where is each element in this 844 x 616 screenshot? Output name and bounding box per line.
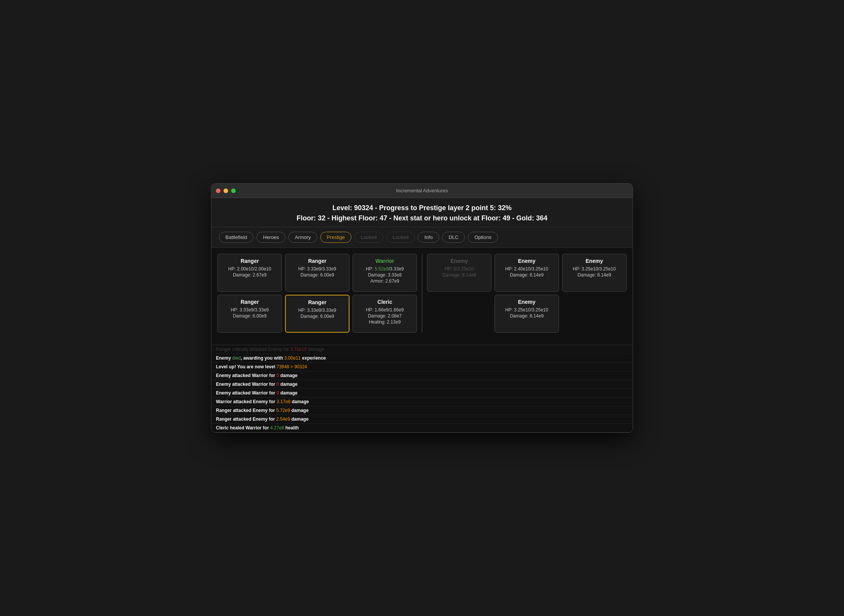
hero-stat-2-1: Damage: 3.33e8 [357, 272, 413, 278]
close-button[interactable] [216, 189, 220, 193]
hero-card-4[interactable]: RangerHP: 3.33e9/3.33e9Damage: 6.00e9 [285, 295, 350, 333]
floor-info: Floor: 32 - Highest Floor: 47 - Next sta… [219, 214, 625, 222]
hero-card-1[interactable]: RangerHP: 3.33e9/3.33e9Damage: 6.00e9 [285, 254, 350, 292]
header: Level: 90324 - Progress to Prestige laye… [211, 198, 633, 227]
maximize-button[interactable] [231, 189, 236, 193]
hero-name-3: Ranger [222, 299, 278, 305]
heroes-side: RangerHP: 2.00e10/2.00e10Damage: 2.67e9R… [217, 254, 417, 333]
enemy-stat-2-1: Damage: 8.14e9 [566, 272, 622, 278]
nav-btn-dlc-7[interactable]: DLC [442, 232, 465, 243]
hero-name-0: Ranger [222, 258, 278, 264]
log-line-7: Ranger attacked Enemy for 5.72e9 damage [211, 406, 633, 415]
hero-stat-0-0: HP: 2.00e10/2.00e10 [222, 266, 278, 272]
hero-card-2[interactable]: WarriorHP: 5.52e9/3.33e9Damage: 3.33e8Ar… [353, 254, 417, 292]
hero-stat-4-0: HP: 3.33e9/3.33e9 [290, 308, 345, 313]
log-line-5: Enemy attacked Warrior for 0 damage [211, 389, 633, 398]
nav-btn-info-6[interactable]: Info [418, 232, 439, 243]
hero-stat-5-1: Damage: 2.08e7 [357, 313, 413, 319]
hero-name-2: Warrior [357, 258, 413, 264]
log-area: Ranger critically attacked Enemy for 3.7… [211, 345, 633, 432]
log-line-3: Enemy attacked Warrior for 0 damage [211, 371, 633, 380]
battle-area: RangerHP: 2.00e10/2.00e10Damage: 2.67e9R… [217, 254, 627, 333]
hero-stat-5-2: Healing: 2.13e9 [357, 319, 413, 325]
nav-btn-locked-4: Locked [354, 232, 383, 243]
nav-bar: BattlefieldHeroesArmoryPrestigeLockedLoc… [211, 227, 633, 248]
hero-stat-5-0: HP: 1.66e9/1.66e9 [357, 307, 413, 313]
enemy-name-2: Enemy [566, 258, 622, 264]
enemy-stat-2-0: HP: 3.25e10/3.25e10 [566, 266, 622, 272]
traffic-lights [216, 189, 236, 193]
main-content: RangerHP: 2.00e10/2.00e10Damage: 2.67e9R… [211, 248, 633, 345]
window-title: Incremental Adventures [396, 188, 448, 193]
enemy-stat-1-1: Damage: 8.14e9 [499, 272, 555, 278]
enemy-card-empty-3 [427, 295, 491, 333]
hero-stat-2-2: Armor: 2.67e9 [357, 278, 413, 284]
enemy-card-4: EnemyHP: 3.25e10/3.25e10Damage: 8.14e9 [494, 295, 559, 333]
enemy-stat-0-0: HP: 0/3.25e10 [431, 266, 487, 272]
hero-name-4: Ranger [290, 299, 345, 305]
level-info: Level: 90324 - Progress to Prestige laye… [219, 204, 625, 212]
enemy-card-0: EnemyHP: 0/3.25e10Damage: 8.14e9 [427, 254, 491, 292]
enemy-stat-1-0: HP: 2.40e10/3.25e10 [499, 266, 555, 272]
log-line-1: Enemy died, awarding you with 3.00e11 ex… [211, 354, 633, 363]
nav-btn-armory-2[interactable]: Armory [288, 232, 317, 243]
enemy-name-0: Enemy [431, 258, 487, 264]
enemy-stat-0-1: Damage: 8.14e9 [431, 272, 487, 278]
hero-stat-3-1: Damage: 6.00e9 [222, 313, 278, 319]
nav-btn-prestige-3[interactable]: Prestige [320, 232, 351, 243]
nav-btn-locked-5: Locked [386, 232, 415, 243]
hero-card-3[interactable]: RangerHP: 3.33e9/3.33e9Damage: 6.00e9 [217, 295, 282, 333]
log-line-0: Ranger critically attacked Enemy for 3.7… [211, 345, 633, 354]
log-line-9: Cleric healed Warrior for 4.27e8 health [211, 424, 633, 432]
hero-name-1: Ranger [289, 258, 345, 264]
hero-stat-4-1: Damage: 6.00e9 [290, 314, 345, 319]
enemy-name-1: Enemy [499, 258, 555, 264]
log-line-4: Enemy attacked Warrior for 0 damage [211, 380, 633, 389]
titlebar: Incremental Adventures [211, 184, 633, 198]
hero-stat-2-0: HP: 5.52e9/3.33e9 [357, 266, 413, 272]
minimize-button[interactable] [224, 189, 228, 193]
log-line-2: Level up! You are now level 73848 > 9032… [211, 363, 633, 371]
log-line-8: Ranger attacked Enemy for 2.54e9 damage [211, 415, 633, 424]
hero-stat-1-1: Damage: 6.00e9 [289, 272, 345, 278]
enemy-card-empty-5 [562, 295, 627, 333]
enemy-name-4: Enemy [499, 299, 555, 305]
hero-card-5[interactable]: ClericHP: 1.66e9/1.66e9Damage: 2.08e7Hea… [353, 295, 417, 333]
hero-card-0[interactable]: RangerHP: 2.00e10/2.00e10Damage: 2.67e9 [217, 254, 282, 292]
enemy-stat-4-0: HP: 3.25e10/3.25e10 [499, 307, 555, 313]
battle-divider [422, 254, 422, 333]
enemy-card-2: EnemyHP: 3.25e10/3.25e10Damage: 8.14e9 [562, 254, 627, 292]
hero-stat-0-1: Damage: 2.67e9 [222, 272, 278, 278]
hero-name-5: Cleric [357, 299, 413, 305]
enemies-side: EnemyHP: 0/3.25e10Damage: 8.14e9EnemyHP:… [427, 254, 627, 333]
enemy-stat-4-1: Damage: 8.14e9 [499, 313, 555, 319]
log-line-6: Warrior attacked Enemy for 3.17e8 damage [211, 398, 633, 406]
app-window: Incremental Adventures Level: 90324 - Pr… [211, 183, 633, 433]
hero-stat-1-0: HP: 3.33e9/3.33e9 [289, 266, 345, 272]
hero-stat-3-0: HP: 3.33e9/3.33e9 [222, 307, 278, 313]
nav-btn-heroes-1[interactable]: Heroes [257, 232, 285, 243]
nav-btn-battlefield-0[interactable]: Battlefield [219, 232, 254, 243]
enemy-card-1: EnemyHP: 2.40e10/3.25e10Damage: 8.14e9 [494, 254, 559, 292]
nav-btn-options-8[interactable]: Options [468, 232, 498, 243]
